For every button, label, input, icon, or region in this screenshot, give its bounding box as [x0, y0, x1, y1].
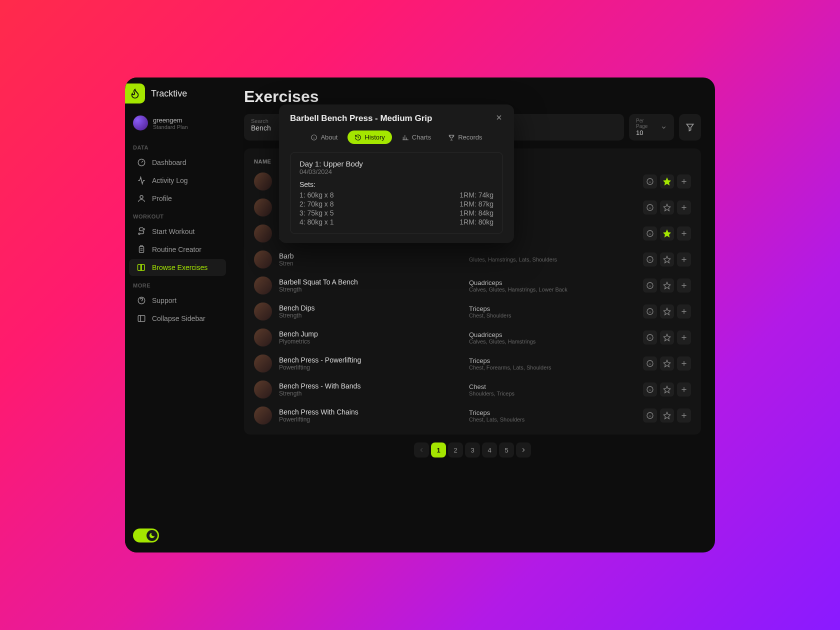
exercise-name: Barbell Squat To A Bench	[279, 278, 469, 286]
table-row[interactable]: Barb Stren Glutes, Hamstrings, Lats, Sho…	[244, 246, 701, 272]
page-4[interactable]: 4	[482, 442, 497, 458]
info-button[interactable]	[643, 356, 657, 370]
add-button[interactable]	[677, 304, 691, 318]
theme-toggle[interactable]	[133, 528, 159, 542]
add-button[interactable]	[677, 252, 691, 266]
sidebar-item-support[interactable]: Support	[129, 292, 226, 309]
nav-label: Routine Creator	[152, 246, 202, 254]
favorite-button[interactable]	[660, 278, 674, 292]
secondary-muscles: Chest, Lats, Shoulders	[469, 416, 643, 422]
tab-about[interactable]: About	[304, 130, 344, 144]
row-mid: Triceps Chest, Lats, Shoulders	[469, 409, 643, 422]
sidebar-item-collapse[interactable]: Collapse Sidebar	[129, 310, 226, 327]
sidebar: Tracktive greengem Standard Plan DATA Da…	[125, 78, 230, 552]
row-mid: Triceps Chest, Shoulders	[469, 305, 643, 318]
info-icon	[646, 204, 654, 212]
page-2[interactable]: 2	[448, 442, 463, 458]
info-button[interactable]	[643, 382, 657, 396]
set-right: 1RM: 84kg	[460, 209, 494, 217]
add-button[interactable]	[677, 382, 691, 396]
favorite-button[interactable]	[660, 200, 674, 214]
info-button[interactable]	[643, 330, 657, 344]
add-button[interactable]	[677, 174, 691, 188]
sidebar-item-dashboard[interactable]: Dashboard	[129, 154, 226, 171]
info-button[interactable]	[643, 304, 657, 318]
gauge-icon	[137, 158, 146, 167]
plus-icon	[680, 178, 688, 186]
favorite-button[interactable]	[660, 330, 674, 344]
favorite-button[interactable]	[660, 174, 674, 188]
tab-records[interactable]: Records	[441, 130, 489, 144]
nav-label: Start Workout	[152, 228, 194, 236]
add-button[interactable]	[677, 330, 691, 344]
sidebar-item-activity[interactable]: Activity Log	[129, 172, 226, 189]
row-actions	[643, 278, 691, 292]
info-button[interactable]	[643, 408, 657, 422]
page-1[interactable]: 1	[431, 442, 446, 458]
table-row[interactable]: Bench Dips Strength Triceps Chest, Shoul…	[244, 298, 701, 324]
table-row[interactable]: Bench Press - Powerlifting Powerlifting …	[244, 350, 701, 376]
sidebar-item-profile[interactable]: Profile	[129, 190, 226, 207]
add-button[interactable]	[677, 226, 691, 240]
book-icon	[137, 263, 146, 272]
sidebar-item-routine-creator[interactable]: Routine Creator	[129, 241, 226, 258]
set-left: 2: 70kg x 8	[300, 200, 334, 208]
table-row[interactable]: Barbell Squat To A Bench Strength Quadri…	[244, 272, 701, 298]
info-icon	[646, 178, 654, 186]
exercise-category: Plyometrics	[279, 338, 469, 345]
set-right: 1RM: 87kg	[460, 200, 494, 208]
info-button[interactable]	[643, 200, 657, 214]
info-button[interactable]	[643, 252, 657, 266]
moon-icon	[148, 532, 156, 539]
history-card: Day 1: Upper Body 04/03/2024 Sets: 1: 60…	[290, 152, 503, 234]
filter-button[interactable]	[679, 114, 701, 140]
chevron-down-icon	[660, 124, 667, 131]
info-button[interactable]	[643, 174, 657, 188]
close-button[interactable]	[495, 114, 503, 123]
page-3[interactable]: 3	[465, 442, 480, 458]
add-button[interactable]	[677, 200, 691, 214]
set-left: 4: 80kg x 1	[300, 218, 334, 226]
table-row[interactable]: Bench Press - With Bands Strength Chest …	[244, 376, 701, 402]
favorite-button[interactable]	[660, 356, 674, 370]
info-icon	[646, 256, 654, 264]
trophy-icon	[448, 134, 455, 141]
tab-history[interactable]: History	[348, 130, 392, 144]
favorite-button[interactable]	[660, 252, 674, 266]
secondary-muscles: Shoulders, Triceps	[469, 390, 643, 396]
add-button[interactable]	[677, 356, 691, 370]
add-button[interactable]	[677, 278, 691, 292]
tab-charts[interactable]: Charts	[395, 130, 438, 144]
user-name: greengem	[153, 116, 188, 124]
nav-label: Collapse Sidebar	[152, 314, 206, 322]
favorite-button[interactable]	[660, 382, 674, 396]
table-row[interactable]: Bench Press With Chains Powerlifting Tri…	[244, 402, 701, 428]
table-row[interactable]: Bench Jump Plyometrics Quadriceps Calves…	[244, 324, 701, 350]
favorite-button[interactable]	[660, 304, 674, 318]
sidebar-item-browse-exercises[interactable]: Browse Exercises	[129, 259, 226, 276]
add-button[interactable]	[677, 408, 691, 422]
user-row[interactable]: greengem Standard Plan	[125, 112, 230, 138]
svg-point-1	[140, 196, 143, 198]
info-icon	[646, 230, 654, 238]
nav-label: Browse Exercises	[152, 264, 208, 272]
exercise-thumb	[254, 250, 272, 268]
row-actions	[643, 200, 691, 214]
per-page-value: 10	[636, 129, 656, 136]
sidebar-item-start-workout[interactable]: Start Workout	[129, 223, 226, 240]
page-5[interactable]: 5	[499, 442, 514, 458]
info-button[interactable]	[643, 226, 657, 240]
per-page-select[interactable]: Per Page 10	[629, 114, 674, 140]
row-mid: Triceps Chest, Forearms, Lats, Shoulders	[469, 357, 643, 370]
favorite-button[interactable]	[660, 226, 674, 240]
favorite-button[interactable]	[660, 408, 674, 422]
per-page-label: Per Page	[636, 118, 656, 129]
info-button[interactable]	[643, 278, 657, 292]
exercise-category: Powerlifting	[279, 364, 469, 371]
primary-muscle: Chest	[469, 383, 643, 390]
page-next[interactable]	[516, 442, 531, 458]
page-prev[interactable]	[414, 442, 429, 458]
close-icon	[495, 114, 503, 122]
exercise-name: Bench Press With Chains	[279, 408, 469, 416]
filter-icon	[685, 122, 695, 132]
